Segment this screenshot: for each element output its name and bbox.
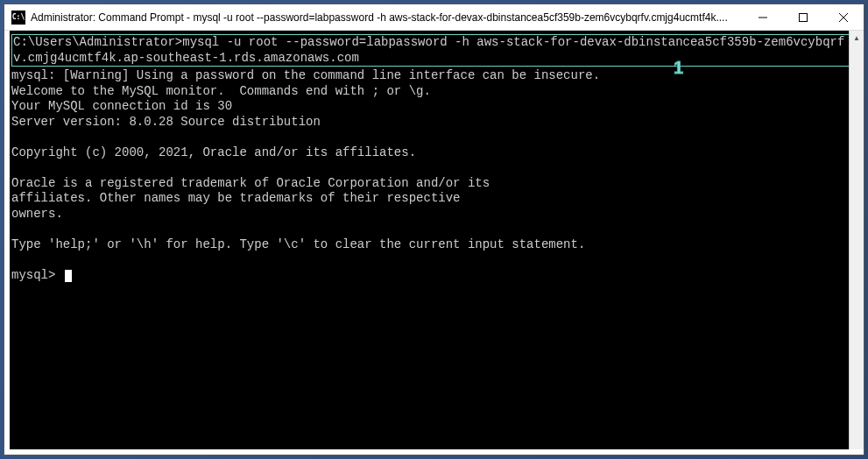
maximize-icon — [799, 13, 808, 22]
output-line: Type 'help;' or '\h' for help. Type '\c'… — [11, 237, 585, 251]
output-line: Oracle is a registered trademark of Orac… — [11, 176, 490, 190]
vertical-scrollbar[interactable]: ▲ — [849, 31, 864, 449]
annotation-1: 1 — [674, 57, 683, 79]
output-line: mysql: [Warning] Using a password on the… — [11, 68, 600, 82]
output-line: Copyright (c) 2000, 2021, Oracle and/or … — [11, 145, 416, 159]
minimize-icon — [759, 13, 767, 22]
titlebar[interactable]: C:\ Administrator: Command Prompt - mysq… — [4, 4, 864, 31]
close-icon — [839, 13, 848, 22]
window-title: Administrator: Command Prompt - mysql -u… — [31, 11, 743, 24]
prompt-path: C:\Users\Administrator> — [13, 35, 182, 49]
maximize-button[interactable] — [783, 4, 823, 30]
close-button[interactable] — [823, 4, 864, 30]
output-line: Server version: 8.0.28 Source distributi… — [11, 115, 321, 129]
window-controls — [743, 4, 864, 30]
output-line: Welcome to the MySQL monitor. Commands e… — [11, 84, 431, 98]
cursor — [65, 270, 72, 282]
output-line: owners. — [11, 207, 63, 221]
minimize-button[interactable] — [743, 4, 783, 30]
cmd-icon: C:\ — [11, 11, 25, 25]
output-line: Your MySQL connection id is 30 — [11, 99, 232, 113]
terminal-area[interactable]: C:\Users\Administrator>mysql -u root --p… — [10, 31, 858, 449]
svg-rect-1 — [800, 13, 808, 21]
scroll-up-arrow-icon[interactable]: ▲ — [850, 31, 864, 46]
command-line-highlight: C:\Users\Administrator>mysql -u root --p… — [11, 34, 857, 67]
mysql-prompt: mysql> — [11, 268, 63, 282]
command-prompt-window: C:\ Administrator: Command Prompt - mysq… — [4, 4, 864, 455]
output-line: affiliates. Other names may be trademark… — [11, 191, 460, 205]
